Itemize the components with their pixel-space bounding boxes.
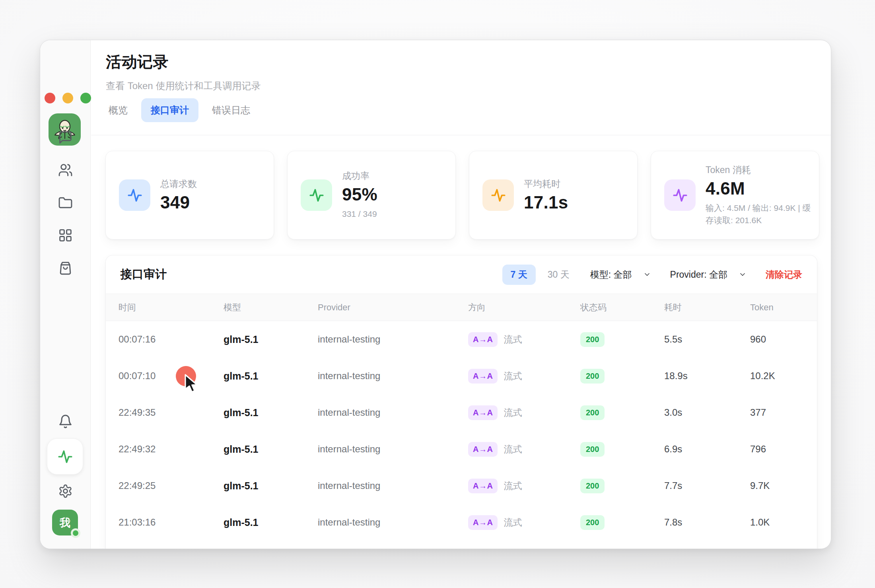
sidebar: 我	[40, 40, 91, 549]
main-content: 活动记录 查看 Token 使用统计和工具调用记录 概览 接口审计 错误日志 总…	[91, 40, 831, 549]
col-provider: Provider	[318, 302, 468, 313]
activity-icon-tile-purple	[664, 179, 696, 211]
cell-token: 9.7K	[750, 480, 804, 491]
stat-label: 成功率	[342, 170, 377, 182]
close-window-button[interactable]	[45, 93, 55, 103]
model-filter-dropdown[interactable]: 模型: 全部	[590, 269, 651, 281]
header-divider	[91, 135, 831, 135]
cell-duration: 7.7s	[664, 480, 750, 491]
table-row[interactable]: 21:03:16 glm-5.1 internal-testing A→A 流式…	[106, 504, 817, 541]
tab-api-audit[interactable]: 接口审计	[141, 98, 198, 122]
activity-icon	[57, 448, 74, 465]
stat-value: 17.1s	[524, 193, 568, 212]
user-avatar[interactable]: 我	[52, 510, 78, 535]
cell-status: 200	[580, 479, 664, 493]
stat-value: 349	[160, 193, 197, 212]
cell-model: glm-5.1	[224, 480, 318, 492]
chevron-down-icon	[643, 271, 651, 278]
cell-status: 200	[580, 515, 664, 530]
cell-token: 10.2K	[750, 370, 804, 382]
cell-time: 00:07:16	[119, 334, 224, 345]
col-status: 状态码	[580, 302, 664, 313]
activity-icon-tile-blue	[119, 179, 150, 211]
cell-direction: A→A 流式	[468, 479, 580, 493]
sidebar-item-settings[interactable]	[58, 484, 73, 498]
page-subtitle: 查看 Token 使用统计和工具调用记录	[106, 80, 261, 92]
stat-card-total-requests: 总请求数 349	[105, 151, 274, 239]
cell-model: glm-5.1	[224, 370, 318, 382]
cell-direction: A→A 流式	[468, 332, 580, 347]
table-row[interactable]: 00:07:10 glm-5.1 internal-testing A→A 流式…	[106, 358, 817, 394]
table-row[interactable]: 00:07:16 glm-5.1 internal-testing A→A 流式…	[106, 321, 817, 358]
provider-filter-label: Provider: 全部	[670, 269, 727, 281]
activity-icon-tile-orange	[482, 179, 514, 211]
folder-icon	[58, 195, 73, 210]
mouse-pointer-icon	[184, 374, 203, 395]
range-7d-button[interactable]: 7 天	[502, 265, 536, 285]
cell-provider: internal-testing	[318, 480, 468, 491]
stat-sub: 331 / 349	[342, 208, 377, 220]
status-badge: 200	[580, 442, 605, 457]
users-icon	[58, 163, 73, 177]
status-badge: 200	[580, 479, 605, 493]
tab-error-log[interactable]: 错误日志	[202, 98, 260, 122]
cell-status: 200	[580, 369, 664, 384]
stream-mode-label: 流式	[504, 407, 522, 419]
cell-provider: internal-testing	[318, 444, 468, 455]
filters: 7 天 30 天 模型: 全部 Provider: 全部 清除记录	[502, 265, 802, 285]
stat-card-avg-duration: 平均耗时 17.1s	[469, 151, 638, 239]
col-token: Token	[750, 302, 804, 313]
sidebar-item-agents[interactable]	[58, 163, 73, 177]
provider-filter-dropdown[interactable]: Provider: 全部	[670, 269, 747, 281]
gear-icon	[58, 484, 73, 498]
col-duration: 耗时	[664, 302, 750, 313]
cell-model: glm-5.1	[224, 407, 318, 419]
sidebar-item-chats[interactable]	[58, 130, 73, 145]
clear-records-button[interactable]: 清除记录	[766, 269, 802, 281]
activity-icon	[672, 187, 688, 204]
cell-direction: A→A 流式	[468, 369, 580, 384]
cell-token: 796	[750, 444, 804, 455]
model-filter-label: 模型: 全部	[590, 269, 632, 281]
bell-icon	[58, 414, 73, 429]
sidebar-item-activity-active[interactable]	[47, 438, 83, 475]
cell-provider: internal-testing	[318, 334, 468, 345]
table-row[interactable]: 22:49:25 glm-5.1 internal-testing A→A 流式…	[106, 467, 817, 504]
zoom-window-button[interactable]	[80, 93, 91, 103]
tab-overview[interactable]: 概览	[99, 98, 137, 122]
stream-mode-label: 流式	[504, 516, 522, 529]
tab-bar: 概览 接口审计 错误日志	[99, 98, 260, 122]
sidebar-item-store[interactable]	[58, 261, 73, 275]
stat-sub: 输入: 4.5M / 输出: 94.9K | 缓存读取: 201.6K	[706, 202, 818, 226]
sidebar-item-files[interactable]	[58, 195, 73, 210]
minimize-window-button[interactable]	[62, 93, 73, 103]
activity-icon	[308, 187, 325, 204]
cell-status: 200	[580, 405, 664, 420]
table-row[interactable]: 22:49:35 glm-5.1 internal-testing A→A 流式…	[106, 394, 817, 431]
status-badge: 200	[580, 369, 605, 384]
table-header: 时间 模型 Provider 方向 状态码 耗时 Token	[106, 294, 817, 321]
stat-cards: 总请求数 349 成功率 95% 331 / 349 平均耗时 17.1s	[105, 151, 819, 239]
direction-badge: A→A	[468, 369, 498, 384]
page-title: 活动记录	[106, 51, 169, 73]
grid-icon	[58, 228, 73, 243]
activity-icon-tile-green	[301, 179, 332, 211]
cell-duration: 18.9s	[664, 370, 750, 382]
sidebar-item-apps[interactable]	[58, 228, 73, 243]
cell-token: 1.0K	[750, 517, 804, 528]
cell-time: 22:49:25	[119, 480, 224, 491]
api-audit-panel: 接口审计 7 天 30 天 模型: 全部 Provider: 全部 清除记录	[105, 255, 817, 549]
stat-card-token-usage: Token 消耗 4.6M 输入: 4.5M / 输出: 94.9K | 缓存读…	[651, 151, 819, 239]
panel-header: 接口审计 7 天 30 天 模型: 全部 Provider: 全部 清除记录	[106, 255, 817, 294]
range-30d-button[interactable]: 30 天	[548, 269, 570, 281]
cell-token: 377	[750, 407, 804, 418]
window-controls	[45, 93, 91, 103]
cell-model: glm-5.1	[224, 517, 318, 528]
panel-title: 接口审计	[121, 267, 167, 282]
stream-mode-label: 流式	[504, 443, 522, 456]
direction-badge: A→A	[468, 515, 498, 530]
sidebar-item-notifications[interactable]	[58, 414, 73, 429]
app-window: 我 活动记录 查看 Token 使用统计和工具调用记录 概览 接口审计 错误日志…	[40, 40, 831, 549]
cell-status: 200	[580, 332, 664, 347]
table-row[interactable]: 22:49:32 glm-5.1 internal-testing A→A 流式…	[106, 431, 817, 467]
